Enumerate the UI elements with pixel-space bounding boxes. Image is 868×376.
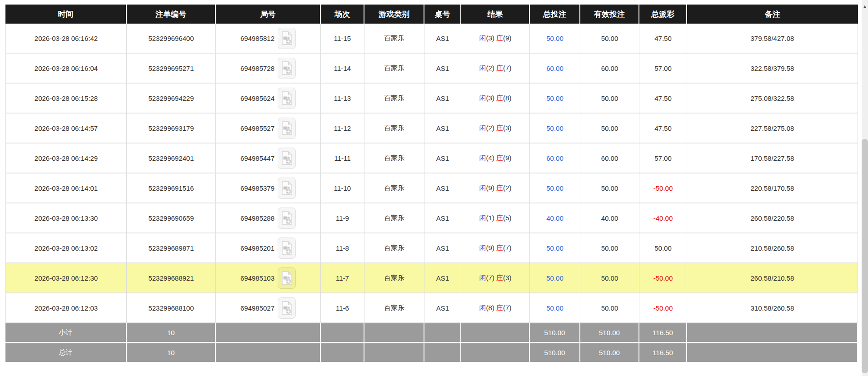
cell-result: 闲(2) 庄(7) bbox=[461, 54, 530, 84]
video-file-icon bbox=[281, 91, 293, 105]
round-number: 694985201 bbox=[240, 244, 274, 252]
cell-valid_bet: 50.00 bbox=[580, 84, 639, 114]
table-row: 2026-03-28 06:16:04523299695271694985728… bbox=[5, 54, 858, 84]
cell-payout: 47.50 bbox=[639, 24, 687, 54]
video-replay-button[interactable] bbox=[278, 118, 296, 139]
cell-valid_bet: 50.00 bbox=[580, 263, 639, 293]
video-replay-button[interactable] bbox=[278, 267, 296, 289]
bet-history-table: 时间注单编号局号场次游戏类别桌号结果总投注有效投注总派彩备注 2026-03-2… bbox=[5, 5, 858, 363]
payout-value: 57.00 bbox=[654, 64, 672, 72]
total-bet-link[interactable]: 60.00 bbox=[546, 154, 564, 162]
cell-time: 2026-03-28 06:12:30 bbox=[5, 263, 127, 293]
cell-session: 11-6 bbox=[321, 293, 364, 323]
total-bet-link[interactable]: 50.00 bbox=[546, 124, 564, 132]
total-bet-link[interactable]: 40.00 bbox=[546, 214, 564, 222]
video-replay-button[interactable] bbox=[278, 28, 296, 49]
cell-round: 694985027 bbox=[216, 293, 321, 323]
cell-session: 11-15 bbox=[321, 24, 364, 54]
total-bet-link[interactable]: 50.00 bbox=[546, 274, 564, 282]
summary-cell-game bbox=[364, 343, 424, 363]
summary-cell-payout: 116.50 bbox=[639, 343, 687, 363]
table-row: 2026-03-28 06:16:42523299696400694985812… bbox=[5, 24, 858, 54]
round-number: 694985447 bbox=[240, 154, 274, 162]
total-bet-link[interactable]: 50.00 bbox=[546, 304, 564, 312]
cell-table_no: AS1 bbox=[424, 233, 461, 263]
cell-round: 694985103 bbox=[216, 263, 321, 293]
video-replay-button[interactable] bbox=[278, 178, 296, 199]
cell-game: 百家乐 bbox=[364, 263, 424, 293]
round-cell: 694985728 bbox=[240, 58, 296, 79]
round-cell: 694985027 bbox=[240, 297, 296, 319]
cell-payout: 47.50 bbox=[639, 84, 687, 114]
payout-value: -50.00 bbox=[653, 184, 673, 192]
video-replay-button[interactable] bbox=[278, 88, 296, 109]
cell-payout: -50.00 bbox=[639, 173, 687, 203]
cell-result: 闲(4) 庄(9) bbox=[461, 143, 530, 173]
cell-total_bet: 50.00 bbox=[530, 293, 580, 323]
video-replay-button[interactable] bbox=[278, 237, 296, 259]
header-row: 时间注单编号局号场次游戏类别桌号结果总投注有效投注总派彩备注 bbox=[5, 5, 858, 24]
result-player-label: 闲 bbox=[479, 274, 486, 282]
result-banker-label: 庄 bbox=[496, 304, 503, 312]
result-player-label: 闲 bbox=[479, 214, 486, 222]
result-player-label: 闲 bbox=[479, 244, 486, 252]
scroll-up-button[interactable]: ▲ bbox=[862, 3, 868, 10]
column-header-remark: 备注 bbox=[687, 5, 858, 24]
cell-result: 闲(3) 庄(8) bbox=[461, 84, 530, 114]
cell-round: 694985447 bbox=[216, 143, 321, 173]
cell-remark: 310.58/260.58 bbox=[687, 293, 858, 323]
round-cell: 694985288 bbox=[240, 208, 296, 229]
payout-value: 47.50 bbox=[654, 35, 672, 42]
cell-total_bet: 60.00 bbox=[530, 54, 580, 84]
round-cell: 694985812 bbox=[240, 28, 296, 49]
vertical-scrollbar[interactable]: ▲ bbox=[862, 0, 868, 376]
cell-bet_id: 523299688921 bbox=[127, 263, 216, 293]
cell-time: 2026-03-28 06:14:01 bbox=[5, 173, 127, 203]
cell-session: 11-9 bbox=[321, 203, 364, 233]
table-row: 2026-03-28 06:14:29523299692401694985447… bbox=[5, 143, 858, 173]
cell-result: 闲(2) 庄(3) bbox=[461, 114, 530, 143]
payout-value: -40.00 bbox=[653, 214, 673, 222]
total-bet-link[interactable]: 50.00 bbox=[546, 244, 564, 252]
cell-remark: 170.58/227.58 bbox=[687, 143, 858, 173]
payout-value: 47.50 bbox=[654, 94, 672, 102]
video-file-icon bbox=[281, 271, 293, 285]
total-bet-link[interactable]: 50.00 bbox=[546, 35, 564, 42]
table-row: 2026-03-28 06:12:03523299688100694985027… bbox=[5, 293, 858, 323]
video-file-icon bbox=[281, 211, 293, 225]
cell-game: 百家乐 bbox=[364, 203, 424, 233]
column-header-time: 时间 bbox=[5, 5, 127, 24]
cell-remark: 322.58/379.58 bbox=[687, 54, 858, 84]
cell-bet_id: 523299692401 bbox=[127, 143, 216, 173]
cell-result: 闲(1) 庄(5) bbox=[461, 203, 530, 233]
table-body: 2026-03-28 06:16:42523299696400694985812… bbox=[5, 24, 858, 363]
video-replay-button[interactable] bbox=[278, 148, 296, 169]
cell-session: 11-14 bbox=[321, 54, 364, 84]
grand-total-row: 总计10510.00510.00116.50 bbox=[5, 343, 858, 363]
cell-time: 2026-03-28 06:14:57 bbox=[5, 114, 127, 143]
cell-time: 2026-03-28 06:12:03 bbox=[5, 293, 127, 323]
scrollbar-thumb[interactable] bbox=[862, 139, 868, 373]
round-number: 694985624 bbox=[240, 94, 274, 102]
total-bet-link[interactable]: 50.00 bbox=[546, 94, 564, 102]
video-file-icon bbox=[281, 241, 293, 255]
video-replay-button[interactable] bbox=[278, 208, 296, 229]
cell-total_bet: 50.00 bbox=[530, 263, 580, 293]
video-replay-button[interactable] bbox=[278, 297, 296, 319]
cell-session: 11-10 bbox=[321, 173, 364, 203]
round-cell: 694985379 bbox=[240, 178, 296, 199]
cell-bet_id: 523299696400 bbox=[127, 24, 216, 54]
cell-payout: -50.00 bbox=[639, 263, 687, 293]
cell-time: 2026-03-28 06:13:30 bbox=[5, 203, 127, 233]
total-bet-link[interactable]: 60.00 bbox=[546, 64, 564, 72]
cell-valid_bet: 40.00 bbox=[580, 203, 639, 233]
result-banker-label: 庄 bbox=[496, 64, 503, 72]
cell-result: 闲(9) 庄(7) bbox=[461, 233, 530, 263]
total-bet-link[interactable]: 50.00 bbox=[546, 184, 564, 192]
round-number: 694985379 bbox=[240, 184, 274, 192]
cell-remark: 260.58/220.58 bbox=[687, 203, 858, 233]
cell-bet_id: 523299689871 bbox=[127, 233, 216, 263]
subtotal-row: 小计10510.00510.00116.50 bbox=[5, 323, 858, 343]
video-replay-button[interactable] bbox=[278, 58, 296, 79]
cell-game: 百家乐 bbox=[364, 24, 424, 54]
